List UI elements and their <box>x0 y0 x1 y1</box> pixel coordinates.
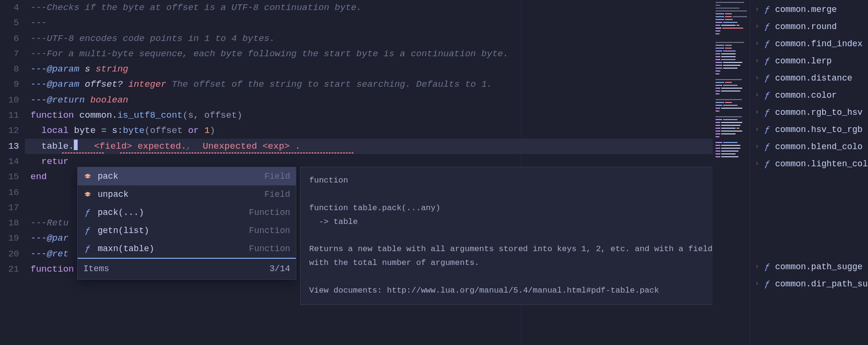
namespace: common. <box>74 110 117 121</box>
completion-popup[interactable]: pack Field unpack Field ƒ pack(...) Func… <box>77 167 296 280</box>
outline-label: common.path_sugge <box>775 260 863 274</box>
completion-item[interactable]: unpack Field <box>78 185 296 203</box>
outline-item[interactable]: ›ƒcommon.merge <box>750 1 868 18</box>
outline-item[interactable]: ›ƒcommon.blend_colo <box>750 138 868 155</box>
completion-footer: Items 3/14 <box>78 258 296 279</box>
param-type: integer <box>128 79 166 90</box>
doc-link-label: View documents: <box>309 286 387 295</box>
completion-item[interactable]: ƒ pack(...) Function <box>78 203 296 222</box>
doc-annotation: ---@ret <box>30 249 69 259</box>
param-type: string <box>96 64 128 74</box>
doc-annotation: ---@par <box>30 233 69 244</box>
param-name: offset? <box>85 79 128 90</box>
line-number: 10 <box>0 92 19 108</box>
completion-label: unpack <box>98 187 264 202</box>
outline-label: common.color <box>775 88 837 103</box>
completion-item[interactable]: ƒ getn(list) Function <box>78 222 296 240</box>
chevron-right-icon: › <box>755 261 762 273</box>
line-number: 5 <box>0 15 19 30</box>
line-number: 12 <box>0 123 19 138</box>
doc-description: Returns a new table with all arguments s… <box>309 244 737 267</box>
field-icon <box>82 172 93 180</box>
line-number: 20 <box>0 246 19 262</box>
line-number: 8 <box>0 61 19 77</box>
completion-kind: Field <box>264 187 290 202</box>
outline-item[interactable]: ›ƒcommon.color <box>750 87 868 104</box>
outline-sidebar[interactable]: ›ƒcommon.merge ›ƒcommon.round ›ƒcommon.f… <box>750 0 868 345</box>
function-name: is_utf8_cont <box>117 110 182 121</box>
outline-label: common.distance <box>775 71 852 86</box>
function-icon: ƒ <box>765 157 771 172</box>
chevron-right-icon: › <box>755 278 762 290</box>
outline-item[interactable]: ›ƒcommon.lighten_col <box>750 155 868 172</box>
comment: ---Checks if the byte at offset is a UTF… <box>30 2 362 13</box>
keyword: function <box>30 110 74 121</box>
identifier: table <box>41 141 69 152</box>
keyword: local <box>41 125 69 136</box>
outline-label: common.lighten_col <box>775 157 868 172</box>
function-icon: ƒ <box>765 260 771 274</box>
outline-item[interactable]: ›ƒcommon.round <box>750 18 868 35</box>
line-number: 19 <box>0 231 19 246</box>
completion-footer-label: Items <box>83 262 109 276</box>
outline-label: common.hsv_to_rgb <box>775 122 863 137</box>
chevron-right-icon: › <box>755 55 762 67</box>
completion-kind: Field <box>264 169 290 184</box>
doc-kind: function <box>309 176 348 185</box>
chevron-right-icon: › <box>755 124 762 135</box>
comment: ---For a multi-byte sequence, each byte … <box>30 49 508 59</box>
line-number: 18 <box>0 215 19 231</box>
doc-annotation: ---@param <box>30 79 85 90</box>
chevron-right-icon: › <box>755 141 762 152</box>
params: (s, offset) <box>182 110 242 121</box>
line-number-gutter: 4 5 6 7 8 9 10 11 12 13 14 15 16 17 18 1… <box>0 0 25 345</box>
field-icon <box>82 191 93 198</box>
completion-kind: Function <box>249 205 290 220</box>
doc-signature: function table.pack(...any) <box>309 203 440 213</box>
completion-label: pack(...) <box>98 205 249 220</box>
function-icon: ƒ <box>765 140 771 154</box>
chevron-right-icon: › <box>755 158 762 170</box>
line-number: 21 <box>0 262 19 277</box>
minimap[interactable] <box>713 0 750 345</box>
outline-label: common.dir_path_su <box>775 277 868 292</box>
completion-label: pack <box>98 169 264 184</box>
completion-footer-count: 3/14 <box>270 262 290 276</box>
doc-link[interactable]: http://www.lua.org/manual/5.4/manual.htm… <box>387 286 659 295</box>
chevron-right-icon: › <box>755 21 762 32</box>
chevron-right-icon: › <box>755 38 762 50</box>
function-icon: ƒ <box>765 88 771 103</box>
return-type: boolean <box>90 95 128 105</box>
doc-desc: The offset of the string to start search… <box>166 79 492 90</box>
chevron-right-icon: › <box>755 90 762 101</box>
chevron-right-icon: › <box>755 72 762 84</box>
doc-annotation: ---@param <box>30 64 85 74</box>
keyword: end <box>30 172 47 182</box>
line-number: 13 <box>0 139 19 154</box>
function-icon: ƒ <box>765 277 771 292</box>
line-number: 17 <box>0 200 19 215</box>
completion-label: getn(list) <box>98 223 249 238</box>
outline-label: common.blend_colo <box>775 140 863 154</box>
outline-item[interactable]: ›ƒcommon.distance <box>750 70 868 87</box>
outline-item[interactable]: ›ƒcommon.find_index <box>750 35 868 52</box>
outline-item[interactable]: ›ƒcommon.rgb_to_hsv <box>750 104 868 121</box>
documentation-popup: function function table.pack(...any) -> … <box>300 167 748 305</box>
function-icon: ƒ <box>765 122 771 137</box>
line-number: 14 <box>0 154 19 169</box>
outline-label: common.find_index <box>775 37 863 51</box>
line-number: 4 <box>0 0 19 15</box>
diagnostic-error: <field> expected. <box>94 141 186 152</box>
outline-item[interactable]: ›ƒcommon.lerp <box>750 52 868 70</box>
outline-label: common.merge <box>775 2 837 17</box>
outline-item[interactable]: ›ƒcommon.hsv_to_rgb <box>750 121 868 138</box>
function-icon: ƒ <box>765 71 771 86</box>
doc-signature: -> table <box>309 217 358 226</box>
completion-item[interactable]: ƒ maxn(table) Function <box>78 240 296 258</box>
outline-item[interactable]: ›ƒcommon.path_sugge <box>750 258 868 275</box>
function-icon: ƒ <box>765 105 771 120</box>
outline-item[interactable]: ›ƒcommon.dir_path_su <box>750 275 868 293</box>
error-underline <box>62 152 105 153</box>
completion-item[interactable]: pack Field <box>78 167 296 185</box>
function-icon: ƒ <box>765 2 771 17</box>
